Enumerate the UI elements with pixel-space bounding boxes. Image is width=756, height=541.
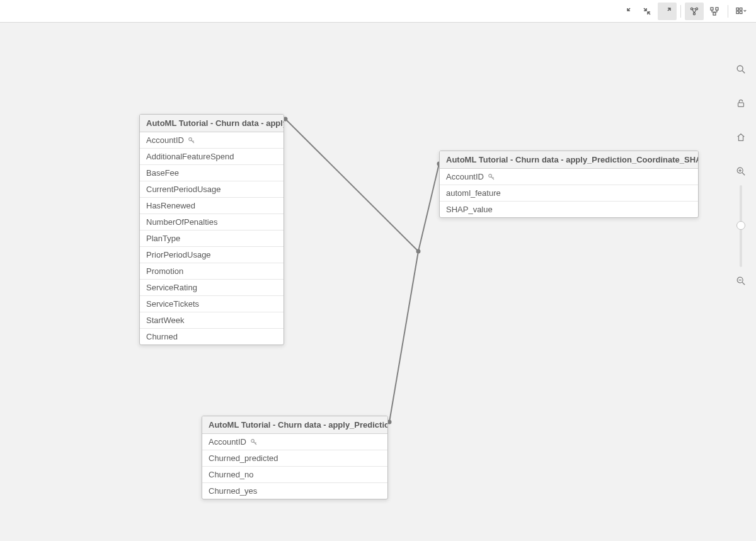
zoom-in-button[interactable] <box>732 162 750 180</box>
table-field[interactable]: automl_feature <box>440 185 698 202</box>
field-name: PlanType <box>146 234 180 243</box>
toolbar-separator <box>728 5 728 18</box>
field-name: Churned_yes <box>209 486 257 496</box>
field-name: AccountID <box>209 437 246 447</box>
table-shap-title: AutoML Tutorial - Churn data - apply_Pre… <box>440 151 698 169</box>
table-field[interactable]: PriorPeriodUsage <box>140 247 284 263</box>
table-field[interactable]: AccountID <box>202 434 387 450</box>
expand-view-icon <box>662 6 672 16</box>
key-icon <box>250 438 258 446</box>
table-field[interactable]: Promotion <box>140 263 284 280</box>
model-canvas[interactable]: AutoML Tutorial - Churn data - apply Acc… <box>0 23 756 541</box>
svg-rect-9 <box>740 11 742 14</box>
zoom-slider-track[interactable] <box>740 185 742 267</box>
table-field[interactable]: ServiceTickets <box>140 296 284 312</box>
svg-rect-7 <box>740 8 742 10</box>
field-name: AccountID <box>146 135 184 145</box>
table-prediction[interactable]: AutoML Tutorial - Churn data - apply_Pre… <box>202 416 388 499</box>
view-menu-icon <box>736 6 747 16</box>
field-name: Churned <box>146 332 178 341</box>
edge-prediction-junction <box>389 251 418 422</box>
field-name: SHAP_value <box>446 205 493 214</box>
layout-lock-button[interactable] <box>732 94 750 112</box>
table-field[interactable]: HasRenewed <box>140 198 284 214</box>
field-name: Promotion <box>146 266 183 276</box>
field-name: BaseFee <box>146 168 179 178</box>
svg-rect-14 <box>738 103 744 106</box>
zoom-out-icon <box>736 275 746 287</box>
field-name: AdditionalFeatureSpend <box>146 152 234 161</box>
svg-rect-4 <box>716 8 718 10</box>
table-field[interactable]: AdditionalFeatureSpend <box>140 149 284 165</box>
field-name: Churned_no <box>209 470 254 479</box>
key-icon <box>188 137 195 144</box>
collapse-view-icon <box>622 6 632 16</box>
table-field[interactable]: AccountID <box>440 169 698 185</box>
field-name: AccountID <box>446 172 484 181</box>
key-icon <box>488 173 495 181</box>
view-menu-button[interactable] <box>732 3 751 20</box>
table-field[interactable]: CurrentPeriodUsage <box>140 181 284 198</box>
table-field[interactable]: SHAP_value <box>440 202 698 217</box>
field-name: NumberOfPenalties <box>146 217 217 227</box>
collapse-inward-button[interactable] <box>638 3 656 20</box>
table-field[interactable]: BaseFee <box>140 165 284 181</box>
table-field[interactable]: StartWeek <box>140 312 284 329</box>
search-icon <box>736 64 746 75</box>
zoom-in-icon <box>736 166 746 177</box>
layout-grid-button[interactable] <box>705 3 724 20</box>
table-apply[interactable]: AutoML Tutorial - Churn data - apply Acc… <box>139 114 284 345</box>
home-button[interactable] <box>732 128 750 146</box>
svg-rect-5 <box>713 13 716 15</box>
toolbar-separator <box>680 5 681 18</box>
zoom-out-button[interactable] <box>732 272 750 290</box>
table-apply-title: AutoML Tutorial - Churn data - apply <box>140 115 284 132</box>
edge-shap-junction <box>418 164 439 251</box>
layout-grid-icon <box>709 6 719 16</box>
field-name: CurrentPeriodUsage <box>146 185 221 194</box>
table-field[interactable]: NumberOfPenalties <box>140 214 284 231</box>
table-field[interactable]: Churned <box>140 329 284 345</box>
svg-rect-8 <box>736 11 739 14</box>
table-field[interactable]: Churned_yes <box>202 483 387 499</box>
table-field[interactable]: ServiceRating <box>140 280 284 296</box>
layout-auto-button[interactable] <box>685 3 704 20</box>
field-name: automl_feature <box>446 188 501 198</box>
field-name: ServiceTickets <box>146 299 199 309</box>
edge-apply-junction <box>285 119 418 251</box>
layout-auto-icon <box>689 6 699 16</box>
svg-rect-3 <box>711 8 713 10</box>
home-icon <box>736 132 746 143</box>
zoom-group <box>732 162 750 290</box>
table-field[interactable]: PlanType <box>140 231 284 247</box>
table-field[interactable]: Churned_predicted <box>202 450 387 467</box>
table-field[interactable]: AccountID <box>140 132 284 149</box>
table-shap[interactable]: AutoML Tutorial - Churn data - apply_Pre… <box>439 151 699 218</box>
unlock-icon <box>736 98 746 109</box>
table-prediction-title: AutoML Tutorial - Churn data - apply_Pre… <box>202 416 387 434</box>
table-field[interactable]: Churned_no <box>202 467 387 483</box>
field-name: ServiceRating <box>146 283 197 292</box>
field-name: HasRenewed <box>146 201 195 210</box>
zoom-slider-thumb[interactable] <box>736 221 745 230</box>
collapse-inward-icon <box>642 6 652 16</box>
field-name: StartWeek <box>146 316 184 325</box>
top-toolbar <box>0 0 756 23</box>
svg-point-13 <box>737 65 743 71</box>
expand-view-button[interactable] <box>658 3 677 20</box>
side-tools <box>731 60 751 290</box>
edge-junction-node <box>416 249 421 254</box>
search-button[interactable] <box>732 60 750 78</box>
svg-rect-6 <box>736 8 739 10</box>
field-name: PriorPeriodUsage <box>146 250 211 259</box>
field-name: Churned_predicted <box>209 453 278 463</box>
collapse-view-button[interactable] <box>617 3 636 20</box>
